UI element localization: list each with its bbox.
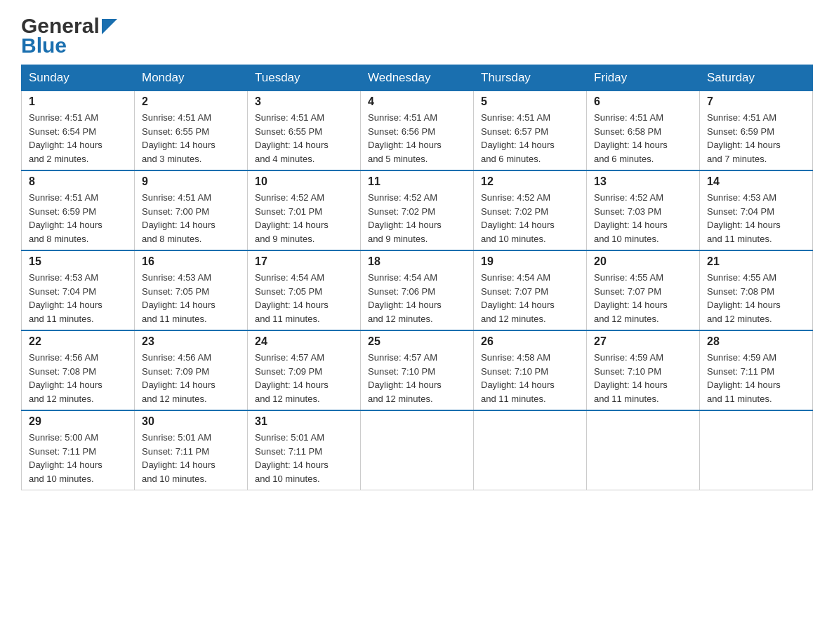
day-number: 25 bbox=[368, 335, 466, 348]
calendar-cell: 27 Sunrise: 4:59 AM Sunset: 7:10 PM Dayl… bbox=[587, 330, 700, 410]
day-info: Sunrise: 4:59 AM Sunset: 7:10 PM Dayligh… bbox=[594, 351, 692, 405]
logo-triangle-icon bbox=[102, 19, 117, 34]
calendar-table: SundayMondayTuesdayWednesdayThursdayFrid… bbox=[21, 65, 813, 490]
day-number: 6 bbox=[594, 95, 692, 108]
calendar-cell: 21 Sunrise: 4:55 AM Sunset: 7:08 PM Dayl… bbox=[700, 250, 813, 330]
day-number: 31 bbox=[255, 415, 353, 428]
calendar-cell: 12 Sunrise: 4:52 AM Sunset: 7:02 PM Dayl… bbox=[474, 170, 587, 250]
calendar-cell: 19 Sunrise: 4:54 AM Sunset: 7:07 PM Dayl… bbox=[474, 250, 587, 330]
day-number: 10 bbox=[255, 175, 353, 188]
day-number: 21 bbox=[707, 255, 805, 268]
calendar-week-row: 8 Sunrise: 4:51 AM Sunset: 6:59 PM Dayli… bbox=[22, 170, 813, 250]
day-info: Sunrise: 4:52 AM Sunset: 7:02 PM Dayligh… bbox=[368, 191, 466, 246]
calendar-cell: 20 Sunrise: 4:55 AM Sunset: 7:07 PM Dayl… bbox=[587, 250, 700, 330]
calendar-cell: 14 Sunrise: 4:53 AM Sunset: 7:04 PM Dayl… bbox=[700, 170, 813, 250]
calendar-cell: 29 Sunrise: 5:00 AM Sunset: 7:11 PM Dayl… bbox=[22, 410, 135, 490]
day-number: 11 bbox=[368, 175, 466, 188]
day-number: 27 bbox=[594, 335, 692, 348]
calendar-week-row: 15 Sunrise: 4:53 AM Sunset: 7:04 PM Dayl… bbox=[22, 250, 813, 330]
day-info: Sunrise: 4:51 AM Sunset: 6:57 PM Dayligh… bbox=[481, 111, 579, 166]
calendar-cell bbox=[474, 410, 587, 490]
calendar-cell bbox=[700, 410, 813, 490]
day-info: Sunrise: 4:51 AM Sunset: 6:56 PM Dayligh… bbox=[368, 111, 466, 166]
day-info: Sunrise: 4:53 AM Sunset: 7:04 PM Dayligh… bbox=[707, 191, 805, 246]
calendar-cell: 17 Sunrise: 4:54 AM Sunset: 7:05 PM Dayl… bbox=[248, 250, 361, 330]
day-number: 16 bbox=[142, 255, 240, 268]
day-number: 20 bbox=[594, 255, 692, 268]
day-info: Sunrise: 4:51 AM Sunset: 6:59 PM Dayligh… bbox=[707, 111, 805, 166]
weekday-header-monday: Monday bbox=[135, 65, 248, 91]
calendar-cell: 4 Sunrise: 4:51 AM Sunset: 6:56 PM Dayli… bbox=[361, 91, 474, 171]
page-header: General Blue bbox=[21, 14, 813, 58]
day-info: Sunrise: 4:59 AM Sunset: 7:11 PM Dayligh… bbox=[707, 351, 805, 405]
weekday-header-wednesday: Wednesday bbox=[361, 65, 474, 91]
day-number: 5 bbox=[481, 95, 579, 108]
calendar-cell: 22 Sunrise: 4:56 AM Sunset: 7:08 PM Dayl… bbox=[22, 330, 135, 410]
day-number: 9 bbox=[142, 175, 240, 188]
day-info: Sunrise: 4:52 AM Sunset: 7:03 PM Dayligh… bbox=[594, 191, 692, 246]
calendar-cell: 1 Sunrise: 4:51 AM Sunset: 6:54 PM Dayli… bbox=[22, 91, 135, 171]
day-number: 7 bbox=[707, 95, 805, 108]
day-number: 2 bbox=[142, 95, 240, 108]
day-info: Sunrise: 4:57 AM Sunset: 7:09 PM Dayligh… bbox=[255, 351, 353, 405]
day-number: 23 bbox=[142, 335, 240, 348]
day-number: 30 bbox=[142, 415, 240, 428]
day-number: 3 bbox=[255, 95, 353, 108]
day-number: 18 bbox=[368, 255, 466, 268]
weekday-header-saturday: Saturday bbox=[700, 65, 813, 91]
day-info: Sunrise: 5:01 AM Sunset: 7:11 PM Dayligh… bbox=[255, 431, 353, 485]
day-info: Sunrise: 4:51 AM Sunset: 6:55 PM Dayligh… bbox=[142, 111, 240, 166]
calendar-cell: 11 Sunrise: 4:52 AM Sunset: 7:02 PM Dayl… bbox=[361, 170, 474, 250]
day-info: Sunrise: 4:52 AM Sunset: 7:01 PM Dayligh… bbox=[255, 191, 353, 246]
calendar-cell bbox=[587, 410, 700, 490]
calendar-week-row: 29 Sunrise: 5:00 AM Sunset: 7:11 PM Dayl… bbox=[22, 410, 813, 490]
day-number: 26 bbox=[481, 335, 579, 348]
day-number: 28 bbox=[707, 335, 805, 348]
day-info: Sunrise: 4:55 AM Sunset: 7:07 PM Dayligh… bbox=[594, 271, 692, 326]
calendar-cell: 9 Sunrise: 4:51 AM Sunset: 7:00 PM Dayli… bbox=[135, 170, 248, 250]
calendar-cell: 10 Sunrise: 4:52 AM Sunset: 7:01 PM Dayl… bbox=[248, 170, 361, 250]
day-number: 13 bbox=[594, 175, 692, 188]
day-info: Sunrise: 4:54 AM Sunset: 7:07 PM Dayligh… bbox=[481, 271, 579, 326]
calendar-cell: 6 Sunrise: 4:51 AM Sunset: 6:58 PM Dayli… bbox=[587, 91, 700, 171]
day-info: Sunrise: 4:53 AM Sunset: 7:05 PM Dayligh… bbox=[142, 271, 240, 326]
day-info: Sunrise: 5:01 AM Sunset: 7:11 PM Dayligh… bbox=[142, 431, 240, 485]
calendar-cell: 7 Sunrise: 4:51 AM Sunset: 6:59 PM Dayli… bbox=[700, 91, 813, 171]
calendar-cell: 23 Sunrise: 4:56 AM Sunset: 7:09 PM Dayl… bbox=[135, 330, 248, 410]
calendar-cell: 13 Sunrise: 4:52 AM Sunset: 7:03 PM Dayl… bbox=[587, 170, 700, 250]
weekday-header-thursday: Thursday bbox=[474, 65, 587, 91]
day-info: Sunrise: 4:51 AM Sunset: 6:58 PM Dayligh… bbox=[594, 111, 692, 166]
calendar-cell: 3 Sunrise: 4:51 AM Sunset: 6:55 PM Dayli… bbox=[248, 91, 361, 171]
day-info: Sunrise: 4:54 AM Sunset: 7:06 PM Dayligh… bbox=[368, 271, 466, 326]
logo-blue-text: Blue bbox=[21, 34, 67, 58]
calendar-cell: 2 Sunrise: 4:51 AM Sunset: 6:55 PM Dayli… bbox=[135, 91, 248, 171]
svg-marker-0 bbox=[102, 19, 117, 34]
day-number: 19 bbox=[481, 255, 579, 268]
day-info: Sunrise: 4:58 AM Sunset: 7:10 PM Dayligh… bbox=[481, 351, 579, 405]
day-number: 12 bbox=[481, 175, 579, 188]
calendar-week-row: 22 Sunrise: 4:56 AM Sunset: 7:08 PM Dayl… bbox=[22, 330, 813, 410]
calendar-cell: 5 Sunrise: 4:51 AM Sunset: 6:57 PM Dayli… bbox=[474, 91, 587, 171]
day-info: Sunrise: 4:56 AM Sunset: 7:09 PM Dayligh… bbox=[142, 351, 240, 405]
day-number: 4 bbox=[368, 95, 466, 108]
calendar-cell: 24 Sunrise: 4:57 AM Sunset: 7:09 PM Dayl… bbox=[248, 330, 361, 410]
day-info: Sunrise: 4:51 AM Sunset: 6:59 PM Dayligh… bbox=[29, 191, 127, 246]
weekday-header-friday: Friday bbox=[587, 65, 700, 91]
day-number: 14 bbox=[707, 175, 805, 188]
day-info: Sunrise: 4:51 AM Sunset: 6:54 PM Dayligh… bbox=[29, 111, 127, 166]
day-number: 22 bbox=[29, 335, 127, 348]
day-number: 17 bbox=[255, 255, 353, 268]
day-number: 15 bbox=[29, 255, 127, 268]
calendar-cell bbox=[361, 410, 474, 490]
day-info: Sunrise: 5:00 AM Sunset: 7:11 PM Dayligh… bbox=[29, 431, 127, 485]
day-info: Sunrise: 4:51 AM Sunset: 7:00 PM Dayligh… bbox=[142, 191, 240, 246]
day-number: 1 bbox=[29, 95, 127, 108]
calendar-cell: 30 Sunrise: 5:01 AM Sunset: 7:11 PM Dayl… bbox=[135, 410, 248, 490]
day-info: Sunrise: 4:51 AM Sunset: 6:55 PM Dayligh… bbox=[255, 111, 353, 166]
day-info: Sunrise: 4:54 AM Sunset: 7:05 PM Dayligh… bbox=[255, 271, 353, 326]
weekday-header-tuesday: Tuesday bbox=[248, 65, 361, 91]
day-info: Sunrise: 4:52 AM Sunset: 7:02 PM Dayligh… bbox=[481, 191, 579, 246]
day-info: Sunrise: 4:56 AM Sunset: 7:08 PM Dayligh… bbox=[29, 351, 127, 405]
calendar-cell: 18 Sunrise: 4:54 AM Sunset: 7:06 PM Dayl… bbox=[361, 250, 474, 330]
day-number: 8 bbox=[29, 175, 127, 188]
